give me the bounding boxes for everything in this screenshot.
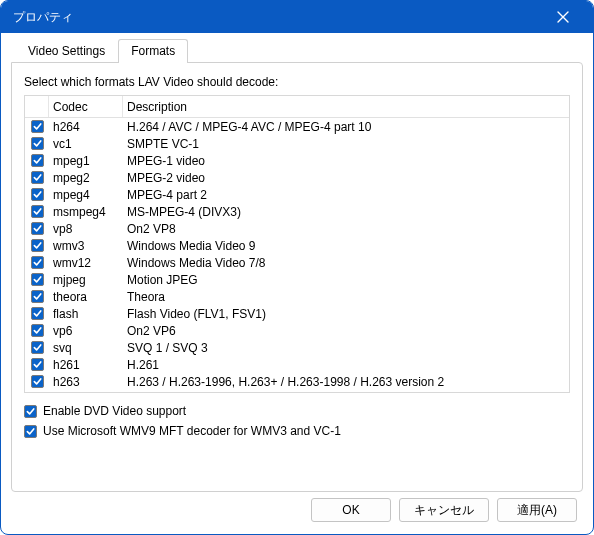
row-description: Flash Video (FLV1, FSV1) — [123, 307, 569, 321]
client-area: Video Settings Formats Select which form… — [1, 33, 593, 534]
table-row[interactable]: wmv3Windows Media Video 9 — [25, 237, 569, 254]
row-checkbox[interactable] — [31, 341, 44, 354]
close-button[interactable] — [543, 3, 583, 31]
row-codec: h263 — [49, 375, 123, 389]
row-description: On2 VP6 — [123, 324, 569, 338]
row-description: MPEG-2 video — [123, 171, 569, 185]
row-checkbox[interactable] — [31, 375, 44, 388]
table-row[interactable]: mjpegMotion JPEG — [25, 271, 569, 288]
row-codec: flash — [49, 307, 123, 321]
row-checkbox[interactable] — [31, 171, 44, 184]
title-bar: プロパティ — [1, 1, 593, 33]
row-codec: mpeg1 — [49, 154, 123, 168]
table-row[interactable]: wmv12Windows Media Video 7/8 — [25, 254, 569, 271]
row-codec: vp6 — [49, 324, 123, 338]
checkbox-icon — [24, 405, 37, 418]
option-label: Use Microsoft WMV9 MFT decoder for WMV3 … — [43, 424, 341, 438]
row-description: On2 VP8 — [123, 222, 569, 236]
row-description: H.263 / H.263-1996, H.263+ / H.263-1998 … — [123, 375, 569, 389]
properties-dialog: プロパティ Video Settings Formats Select whic… — [0, 0, 594, 535]
cancel-button[interactable]: キャンセル — [399, 498, 489, 522]
apply-button[interactable]: 適用(A) — [497, 498, 577, 522]
row-codec: vp8 — [49, 222, 123, 236]
row-checkbox[interactable] — [31, 188, 44, 201]
row-checkbox[interactable] — [31, 290, 44, 303]
row-checkbox[interactable] — [31, 273, 44, 286]
table-row[interactable]: flashFlash Video (FLV1, FSV1) — [25, 305, 569, 322]
row-codec: h264 — [49, 120, 123, 134]
row-description: Theora — [123, 290, 569, 304]
caption-text: Select which formats LAV Video should de… — [24, 75, 570, 89]
row-checkbox[interactable] — [31, 154, 44, 167]
row-checkbox[interactable] — [31, 120, 44, 133]
row-checkbox[interactable] — [31, 324, 44, 337]
option-enable-dvd[interactable]: Enable DVD Video support — [24, 401, 570, 421]
row-checkbox[interactable] — [31, 222, 44, 235]
row-description: Motion JPEG — [123, 273, 569, 287]
row-codec: theora — [49, 290, 123, 304]
table-row[interactable]: vp8On2 VP8 — [25, 220, 569, 237]
table-row[interactable]: indeoIntel Indeo 3/4/5 — [25, 390, 569, 392]
row-codec: indeo — [49, 392, 123, 393]
row-description: SMPTE VC-1 — [123, 137, 569, 151]
row-description: H.264 / AVC / MPEG-4 AVC / MPEG-4 part 1… — [123, 120, 569, 134]
row-codec: wmv12 — [49, 256, 123, 270]
ok-button[interactable]: OK — [311, 498, 391, 522]
table-row[interactable]: vp6On2 VP6 — [25, 322, 569, 339]
table-row[interactable]: h264H.264 / AVC / MPEG-4 AVC / MPEG-4 pa… — [25, 118, 569, 135]
table-row[interactable]: svqSVQ 1 / SVQ 3 — [25, 339, 569, 356]
tab-formats[interactable]: Formats — [118, 39, 188, 63]
row-description: Windows Media Video 7/8 — [123, 256, 569, 270]
tab-label: Video Settings — [28, 44, 105, 58]
row-description: MS-MPEG-4 (DIVX3) — [123, 205, 569, 219]
extra-options: Enable DVD Video support Use Microsoft W… — [24, 401, 570, 441]
window-title: プロパティ — [13, 9, 543, 26]
option-wmv9-mft[interactable]: Use Microsoft WMV9 MFT decoder for WMV3 … — [24, 421, 570, 441]
tab-strip: Video Settings Formats — [11, 39, 583, 63]
row-codec: mpeg4 — [49, 188, 123, 202]
table-row[interactable]: msmpeg4MS-MPEG-4 (DIVX3) — [25, 203, 569, 220]
table-row[interactable]: mpeg1MPEG-1 video — [25, 152, 569, 169]
tab-video-settings[interactable]: Video Settings — [15, 39, 118, 63]
row-description: Windows Media Video 9 — [123, 239, 569, 253]
table-row[interactable]: mpeg4MPEG-4 part 2 — [25, 186, 569, 203]
row-codec: wmv3 — [49, 239, 123, 253]
table-row[interactable]: vc1SMPTE VC-1 — [25, 135, 569, 152]
row-checkbox[interactable] — [31, 205, 44, 218]
option-label: Enable DVD Video support — [43, 404, 186, 418]
row-codec: mpeg2 — [49, 171, 123, 185]
row-checkbox[interactable] — [31, 358, 44, 371]
col-header-description[interactable]: Description — [123, 96, 569, 117]
row-codec: svq — [49, 341, 123, 355]
row-codec: h261 — [49, 358, 123, 372]
tab-label: Formats — [131, 44, 175, 58]
col-header-checkbox — [25, 96, 49, 117]
close-icon — [557, 11, 569, 23]
table-row[interactable]: h263H.263 / H.263-1996, H.263+ / H.263-1… — [25, 373, 569, 390]
row-checkbox[interactable] — [31, 239, 44, 252]
row-description: SVQ 1 / SVQ 3 — [123, 341, 569, 355]
row-codec: vc1 — [49, 137, 123, 151]
row-description: H.261 — [123, 358, 569, 372]
grid-header: Codec Description — [25, 96, 569, 118]
formats-tabpage: Select which formats LAV Video should de… — [11, 62, 583, 492]
table-row[interactable]: h261H.261 — [25, 356, 569, 373]
row-description: Intel Indeo 3/4/5 — [123, 392, 569, 393]
row-description: MPEG-1 video — [123, 154, 569, 168]
table-row[interactable]: mpeg2MPEG-2 video — [25, 169, 569, 186]
col-header-codec[interactable]: Codec — [49, 96, 123, 117]
row-checkbox[interactable] — [31, 137, 44, 150]
dialog-buttons: OK キャンセル 適用(A) — [11, 492, 583, 524]
checkbox-icon — [24, 425, 37, 438]
row-codec: mjpeg — [49, 273, 123, 287]
table-row[interactable]: theoraTheora — [25, 288, 569, 305]
formats-grid: Codec Description h264H.264 / AVC / MPEG… — [24, 95, 570, 393]
row-checkbox[interactable] — [31, 256, 44, 269]
row-codec: msmpeg4 — [49, 205, 123, 219]
row-checkbox[interactable] — [31, 307, 44, 320]
row-description: MPEG-4 part 2 — [123, 188, 569, 202]
grid-body[interactable]: h264H.264 / AVC / MPEG-4 AVC / MPEG-4 pa… — [25, 118, 569, 392]
